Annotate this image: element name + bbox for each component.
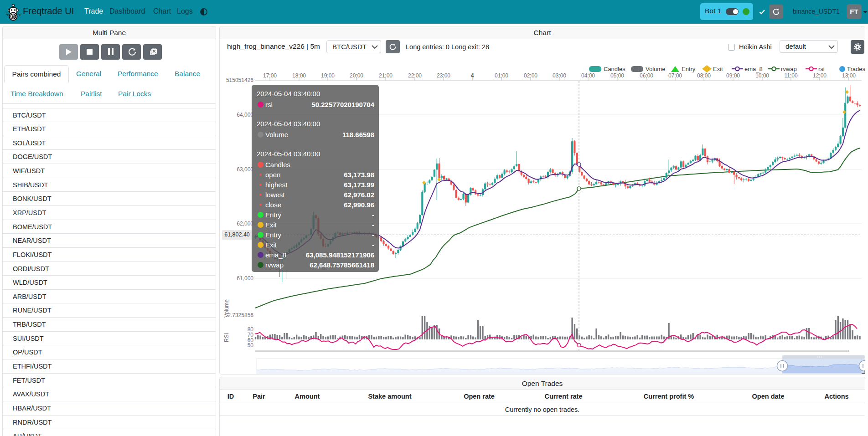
svg-text:61,000: 61,000 (237, 275, 253, 282)
svg-text:RSI: RSI (223, 333, 230, 342)
svg-text:515051426: 515051426 (226, 77, 253, 83)
svg-text:2.7325856: 2.7325856 (227, 312, 253, 318)
svg-text:19:00: 19:00 (321, 72, 335, 79)
svg-text:20:00: 20:00 (350, 72, 363, 79)
svg-text:05:00: 05:00 (610, 72, 624, 79)
svg-text:12:00: 12:00 (813, 72, 827, 79)
svg-text:10:00: 10:00 (755, 72, 769, 79)
svg-text:09:00: 09:00 (726, 72, 740, 79)
svg-text:63,000: 63,000 (237, 166, 253, 173)
svg-text:08:00: 08:00 (697, 72, 711, 79)
svg-text:64,000: 64,000 (237, 112, 253, 118)
svg-text:18:00: 18:00 (292, 72, 306, 79)
svg-text:03:00: 03:00 (553, 72, 566, 79)
svg-text:50: 50 (248, 342, 254, 349)
svg-text:13:00: 13:00 (842, 72, 856, 79)
svg-text:02:00: 02:00 (524, 72, 537, 79)
svg-text:07:00: 07:00 (668, 72, 682, 79)
svg-text:22:00: 22:00 (408, 72, 422, 79)
svg-text:4: 4 (471, 72, 474, 79)
svg-text:04:00: 04:00 (581, 72, 595, 79)
svg-text:Volume: Volume (223, 299, 230, 318)
svg-text:06:00: 06:00 (640, 72, 653, 79)
svg-text:21:00: 21:00 (379, 72, 393, 79)
svg-text:11:00: 11:00 (784, 72, 797, 79)
svg-text:62,000: 62,000 (237, 221, 253, 227)
svg-text:01:00: 01:00 (495, 72, 508, 79)
svg-text:17:00: 17:00 (263, 72, 277, 79)
svg-text:23:00: 23:00 (437, 72, 450, 79)
